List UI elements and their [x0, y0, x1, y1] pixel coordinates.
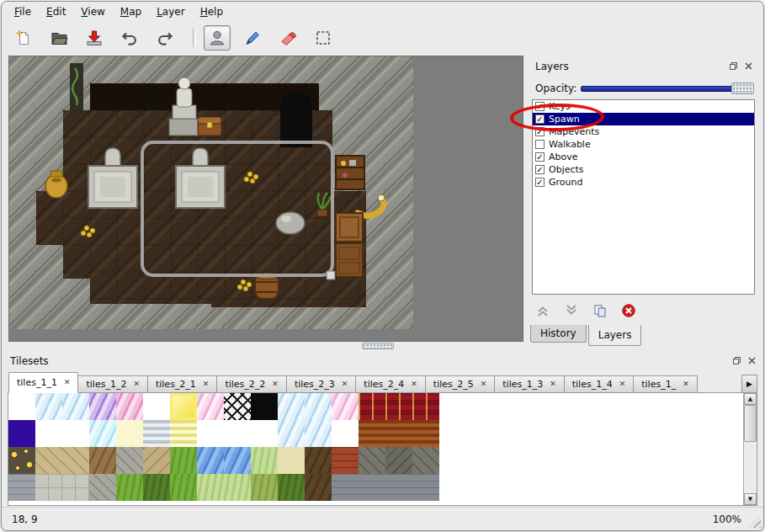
tileset-tab-tiles_1_3[interactable]: tiles_1_3 ✕: [495, 375, 564, 393]
tile-redCarpet[interactable]: [385, 393, 412, 420]
tile-waterDeep[interactable]: [224, 447, 251, 474]
tile-white[interactable]: [143, 393, 170, 420]
tile-woodStripe[interactable]: [385, 420, 412, 447]
tile-purpleA[interactable]: [89, 393, 116, 420]
tile-grassDark[interactable]: [143, 474, 170, 501]
tile-woodStripe[interactable]: [412, 420, 439, 447]
tile-stoneFloor[interactable]: [62, 474, 89, 501]
tile-waterDeep[interactable]: [197, 447, 224, 474]
opacity-slider[interactable]: [581, 82, 754, 95]
layer-row-mapevents[interactable]: ✓ Mapevents: [533, 125, 754, 138]
tile-brickGray[interactable]: [8, 474, 35, 501]
raise-layer-button[interactable]: [534, 301, 552, 320]
dock-float-button[interactable]: [727, 60, 739, 72]
tile-cobbleGray[interactable]: [116, 447, 143, 474]
tile-grassOlive[interactable]: [251, 474, 278, 501]
tile-stoneFloor[interactable]: [35, 474, 62, 501]
selection-resize-handle[interactable]: [327, 271, 335, 279]
dock-close-button[interactable]: [742, 60, 754, 72]
tile-stripeYellow[interactable]: [170, 420, 197, 447]
tile-white[interactable]: [35, 420, 62, 447]
menu-help[interactable]: Help: [193, 3, 231, 21]
tile-stoneTan2[interactable]: [143, 447, 170, 474]
open-tool-button[interactable]: [45, 25, 72, 51]
tile-white[interactable]: [251, 420, 278, 447]
tile-white[interactable]: [332, 420, 359, 447]
tilesets-float-button[interactable]: [730, 354, 742, 366]
tileset-tab-tiles_2_1[interactable]: tiles_2_1 ✕: [148, 375, 217, 393]
scrollbar-thumb[interactable]: [744, 405, 757, 442]
tab-scroll-right-button[interactable]: ▶: [741, 375, 757, 393]
tile-stoneTan[interactable]: [62, 447, 89, 474]
tile-cobbleDark[interactable]: [385, 447, 412, 474]
layer-visibility-checkbox[interactable]: ✓: [535, 102, 545, 111]
layer-visibility-checkbox[interactable]: ✓: [535, 114, 545, 124]
menu-edit[interactable]: Edit: [39, 3, 73, 21]
tile-stoneTan[interactable]: [35, 447, 62, 474]
tile-woodStripe[interactable]: [359, 420, 385, 447]
layer-row-objects[interactable]: ✓ Objects: [533, 163, 754, 176]
layer-row-keys[interactable]: ✓ Keys: [533, 100, 754, 113]
tab-close-icon[interactable]: ✕: [342, 380, 348, 388]
tile-redCarpet[interactable]: [412, 393, 439, 420]
tile-lattice[interactable]: [224, 393, 251, 420]
layer-visibility-checkbox[interactable]: ✓: [535, 152, 545, 162]
tile-white[interactable]: [62, 420, 89, 447]
tile-pinkA[interactable]: [116, 393, 143, 420]
layer-row-ground[interactable]: ✓ Ground: [533, 176, 754, 189]
dock-tab-history[interactable]: History: [530, 325, 587, 343]
layer-row-spawn[interactable]: ✓ Spawn: [533, 113, 754, 125]
tile-grayBrick2[interactable]: [385, 474, 412, 501]
tile-pinkB[interactable]: [332, 393, 359, 420]
duplicate-layer-button[interactable]: [591, 301, 609, 320]
tab-close-icon[interactable]: ✕: [64, 379, 71, 386]
tile-grassPale[interactable]: [224, 474, 251, 501]
tile-waterA[interactable]: [62, 393, 89, 420]
tab-close-icon[interactable]: ✕: [133, 380, 140, 388]
opacity-slider-handle[interactable]: [731, 82, 754, 94]
tile-indigo[interactable]: [8, 420, 35, 447]
tile-dirtBrown[interactable]: [89, 447, 116, 474]
tile-stripeGray[interactable]: [143, 420, 170, 447]
redo-tool-button[interactable]: [151, 25, 178, 51]
splitter-handle[interactable]: [362, 343, 394, 349]
menu-layer[interactable]: Layer: [149, 3, 192, 21]
dock-tab-layers[interactable]: Layers: [588, 325, 642, 346]
tab-close-icon[interactable]: ✕: [272, 380, 279, 388]
tab-close-icon[interactable]: ✕: [619, 380, 626, 388]
select-tool-button[interactable]: [310, 25, 337, 51]
tileset-tab-tiles_2_5[interactable]: tiles_2_5 ✕: [426, 375, 495, 393]
tile-waterA[interactable]: [305, 393, 332, 420]
tilesets-close-button[interactable]: [746, 354, 757, 366]
tile-grassDark[interactable]: [278, 474, 305, 501]
tile-grayBrick2[interactable]: [332, 474, 359, 501]
tile-yellowA[interactable]: [170, 393, 197, 420]
tile-dirtDark[interactable]: [305, 474, 332, 501]
tab-close-icon[interactable]: ✕: [683, 380, 689, 388]
opacity-slider-groove[interactable]: [581, 86, 752, 92]
lower-layer-button[interactable]: [562, 301, 581, 320]
tile-white[interactable]: [8, 393, 35, 420]
tile-grayBrick2[interactable]: [359, 474, 385, 501]
map-canvas[interactable]: [8, 56, 523, 342]
tile-white[interactable]: [224, 420, 251, 447]
menu-file[interactable]: File: [7, 3, 39, 21]
tile-grassPale[interactable]: [197, 474, 224, 501]
tile-oreGold[interactable]: [8, 447, 35, 474]
layer-visibility-checkbox[interactable]: [535, 140, 545, 149]
tile-grassGreen[interactable]: [116, 474, 143, 501]
tile-yellowPale[interactable]: [116, 420, 143, 447]
tileset-tab-tiles_1_1[interactable]: tiles_1_1 ✕: [8, 372, 78, 393]
tile-grassGreen[interactable]: [170, 447, 197, 474]
tile-white[interactable]: [197, 420, 224, 447]
tab-close-icon[interactable]: ✕: [481, 380, 487, 388]
tab-close-icon[interactable]: ✕: [203, 380, 210, 388]
tile-cobbleGray[interactable]: [89, 474, 116, 501]
save-tool-button[interactable]: [81, 25, 108, 51]
tile-grayBrick2[interactable]: [412, 474, 439, 501]
resize-grip[interactable]: [749, 516, 761, 528]
menu-view[interactable]: View: [73, 3, 112, 21]
tile-pinkB[interactable]: [197, 393, 224, 420]
layer-visibility-checkbox[interactable]: ✓: [535, 127, 545, 136]
tileset-tab-tiles_2_4[interactable]: tiles_2_4 ✕: [356, 375, 425, 393]
